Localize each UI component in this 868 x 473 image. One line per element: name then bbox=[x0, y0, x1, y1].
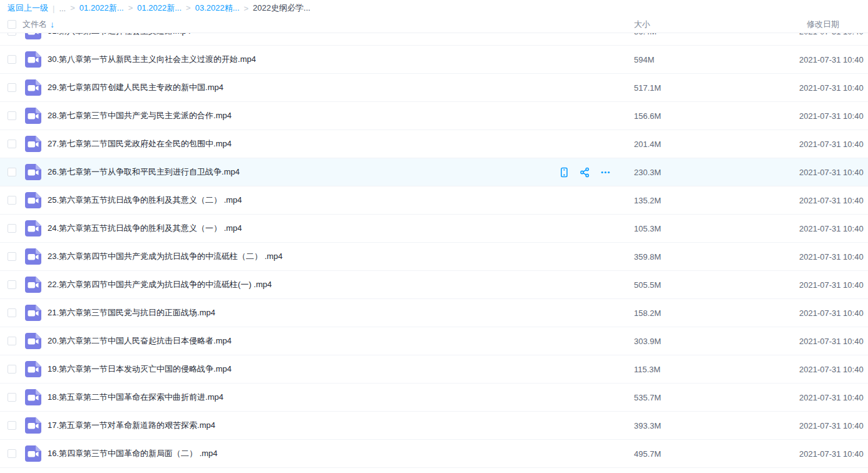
table-row[interactable]: 19.第六章第一节日本发动灭亡中国的侵略战争.mp4 115.3M 2021-0… bbox=[0, 355, 868, 384]
table-row[interactable]: 17.第五章第一节对革命新道路的艰苦探索.mp4 393.3M 2021-07-… bbox=[0, 412, 868, 440]
file-icon-cell bbox=[25, 79, 48, 96]
breadcrumb-current: 2022史纲必学... bbox=[253, 3, 310, 14]
back-to-parent-link[interactable]: 返回上一级 bbox=[8, 3, 48, 14]
row-checkbox[interactable] bbox=[8, 111, 16, 120]
file-name-cell: 19.第六章第一节日本发动灭亡中国的侵略战争.mp4 bbox=[48, 364, 634, 375]
file-name[interactable]: 22.第六章第四节中国共产党成为抗日战争的中流砥柱(一) .mp4 bbox=[48, 279, 272, 290]
file-name-cell: 17.第五章第一节对革命新道路的艰苦探索.mp4 bbox=[48, 420, 634, 431]
file-icon-cell bbox=[25, 51, 48, 68]
table-row[interactable]: 20.第六章第二节中国人民奋起抗击日本侵略者.mp4 303.9M 2021-0… bbox=[0, 327, 868, 355]
table-row[interactable]: 29.第七章第四节创建人民民主专政的新中国.mp4 517.1M 2021-07… bbox=[0, 74, 868, 102]
file-name[interactable]: 18.第五章第二节中国革命在探索中曲折前进.mp4 bbox=[48, 392, 223, 403]
breadcrumb-link[interactable]: 01.2022新... bbox=[79, 3, 124, 13]
select-all-checkbox[interactable] bbox=[8, 20, 16, 29]
file-name[interactable]: 20.第六章第二节中国人民奋起抗击日本侵略者.mp4 bbox=[48, 335, 232, 347]
file-size: 158.2M bbox=[634, 308, 799, 318]
file-size: 517.1M bbox=[634, 83, 799, 93]
file-size: 156.6M bbox=[634, 111, 799, 121]
file-date: 2021-07-31 10:40 bbox=[799, 33, 868, 36]
video-file-icon bbox=[25, 108, 41, 124]
column-header-filename[interactable]: 文件名 ↓ bbox=[23, 19, 634, 30]
file-list: 31.第八章第二节选择社会主义道路.mp4 86.4M 2021-07-31 1… bbox=[0, 33, 868, 473]
breadcrumb-separator: > bbox=[244, 4, 249, 13]
row-checkbox-cell bbox=[0, 308, 25, 317]
file-name[interactable]: 23.第六章第四节中国共产党成为抗日战争的中流砥柱（二） .mp4 bbox=[48, 251, 283, 262]
more-icon[interactable] bbox=[600, 166, 611, 178]
file-icon-cell bbox=[25, 305, 48, 321]
file-date: 2021-07-31 10:40 bbox=[799, 280, 868, 290]
row-checkbox-cell bbox=[0, 337, 25, 345]
table-row[interactable]: 24.第六章第五节抗日战争的胜利及其意义（一） .mp4 105.3M 2021… bbox=[0, 215, 868, 243]
row-checkbox[interactable] bbox=[8, 308, 16, 317]
file-name[interactable]: 30.第八章第一节从新民主主义向社会主义过渡的开始.mp4 bbox=[48, 54, 256, 65]
file-icon-cell bbox=[25, 248, 48, 265]
file-date: 2021-07-31 10:40 bbox=[799, 55, 868, 64]
file-date: 2021-07-31 10:40 bbox=[799, 224, 868, 233]
video-file-icon bbox=[25, 417, 41, 434]
breadcrumb-link[interactable]: 03.2022精... bbox=[195, 3, 240, 13]
column-header-size[interactable]: 大小 bbox=[634, 19, 799, 30]
table-row[interactable]: 22.第六章第四节中国共产党成为抗日战争的中流砥柱(一) .mp4 505.5M… bbox=[0, 271, 868, 299]
row-checkbox[interactable] bbox=[8, 421, 16, 430]
file-name[interactable]: 28.第七章第三节中国共产党与民主党派的合作.mp4 bbox=[48, 110, 232, 121]
row-checkbox[interactable] bbox=[8, 168, 16, 176]
table-row[interactable]: 30.第八章第一节从新民主主义向社会主义过渡的开始.mp4 594M 2021-… bbox=[0, 46, 868, 74]
file-name[interactable]: 26.第七章第一节从争取和平民主到进行自卫战争.mp4 bbox=[48, 166, 240, 178]
table-row[interactable]: 23.第六章第四节中国共产党成为抗日战争的中流砥柱（二） .mp4 359.8M… bbox=[0, 243, 868, 271]
file-size: 359.8M bbox=[634, 252, 799, 262]
row-checkbox-cell bbox=[0, 111, 25, 120]
file-size: 105.3M bbox=[634, 224, 799, 233]
breadcrumb-collapsed-ellipsis[interactable]: ... bbox=[59, 4, 66, 13]
share-icon[interactable] bbox=[579, 166, 591, 178]
file-name[interactable]: 27.第七章第二节国民党政府处在全民的包围中.mp4 bbox=[48, 138, 232, 150]
column-header-date[interactable]: 修改日期 bbox=[799, 19, 868, 30]
file-size: 505.5M bbox=[634, 280, 799, 290]
file-date: 2021-07-31 10:40 bbox=[799, 111, 868, 121]
table-row[interactable]: 31.第八章第二节选择社会主义道路.mp4 86.4M 2021-07-31 1… bbox=[0, 33, 868, 46]
file-name[interactable]: 19.第六章第一节日本发动灭亡中国的侵略战争.mp4 bbox=[48, 364, 232, 375]
file-icon-cell bbox=[25, 164, 48, 180]
row-checkbox[interactable] bbox=[8, 337, 16, 345]
table-row[interactable]: 27.第七章第二节国民党政府处在全民的包围中.mp4 201.4M 2021-0… bbox=[0, 130, 868, 158]
file-date: 2021-07-31 10:40 bbox=[799, 337, 868, 346]
table-row[interactable]: 26.第七章第一节从争取和平民主到进行自卫战争.mp4 bbox=[0, 158, 868, 186]
row-checkbox[interactable] bbox=[8, 280, 16, 289]
file-date: 2021-07-31 10:40 bbox=[799, 196, 868, 205]
file-name[interactable]: 25.第六章第五节抗日战争的胜利及其意义（二） .mp4 bbox=[48, 195, 242, 206]
breadcrumb-link[interactable]: 01.2022新... bbox=[137, 3, 181, 13]
file-date: 2021-07-31 10:40 bbox=[799, 168, 868, 177]
row-checkbox[interactable] bbox=[8, 252, 16, 261]
file-size: 230.3M bbox=[634, 168, 799, 177]
table-row[interactable]: 16.第四章第三节中国革命的新局面（二） .mp4 495.7M 2021-07… bbox=[0, 440, 868, 468]
table-row[interactable]: 25.第六章第五节抗日战争的胜利及其意义（二） .mp4 135.2M 2021… bbox=[0, 186, 868, 215]
breadcrumb-separator: > bbox=[128, 3, 133, 13]
row-checkbox[interactable] bbox=[8, 449, 16, 458]
file-name-cell: 24.第六章第五节抗日战争的胜利及其意义（一） .mp4 bbox=[48, 223, 634, 234]
row-checkbox[interactable] bbox=[8, 196, 16, 205]
sort-descending-icon[interactable]: ↓ bbox=[50, 19, 54, 29]
row-checkbox[interactable] bbox=[8, 224, 16, 233]
table-row[interactable]: 28.第七章第三节中国共产党与民主党派的合作.mp4 156.6M 2021-0… bbox=[0, 102, 868, 130]
video-file-icon bbox=[25, 51, 41, 68]
row-checkbox[interactable] bbox=[8, 55, 16, 64]
file-name[interactable]: 17.第五章第一节对革命新道路的艰苦探索.mp4 bbox=[48, 420, 215, 431]
send-to-device-icon[interactable] bbox=[558, 166, 570, 178]
table-row[interactable]: 21.第六章第三节国民党与抗日的正面战场.mp4 158.2M 2021-07-… bbox=[0, 299, 868, 327]
video-file-icon bbox=[25, 361, 41, 377]
file-name-cell: 21.第六章第三节国民党与抗日的正面战场.mp4 bbox=[48, 307, 634, 318]
row-checkbox[interactable] bbox=[8, 83, 16, 92]
video-file-icon bbox=[25, 164, 41, 180]
row-checkbox[interactable] bbox=[8, 140, 16, 148]
file-name[interactable]: 24.第六章第五节抗日战争的胜利及其意义（一） .mp4 bbox=[48, 223, 242, 234]
row-checkbox[interactable] bbox=[8, 393, 16, 402]
file-name-cell: 27.第七章第二节国民党政府处在全民的包围中.mp4 bbox=[48, 138, 634, 150]
row-checkbox[interactable] bbox=[8, 365, 16, 374]
file-name[interactable]: 16.第四章第三节中国革命的新局面（二） .mp4 bbox=[48, 448, 218, 459]
file-date: 2021-07-31 10:40 bbox=[799, 393, 868, 402]
table-row[interactable]: 18.第五章第二节中国革命在探索中曲折前进.mp4 535.7M 2021-07… bbox=[0, 384, 868, 412]
video-file-icon bbox=[25, 79, 41, 96]
file-name[interactable]: 31.第八章第二节选择社会主义道路.mp4 bbox=[48, 33, 191, 37]
file-name[interactable]: 29.第七章第四节创建人民民主专政的新中国.mp4 bbox=[48, 82, 223, 93]
row-checkbox[interactable] bbox=[8, 33, 16, 36]
file-name[interactable]: 21.第六章第三节国民党与抗日的正面战场.mp4 bbox=[48, 307, 215, 318]
